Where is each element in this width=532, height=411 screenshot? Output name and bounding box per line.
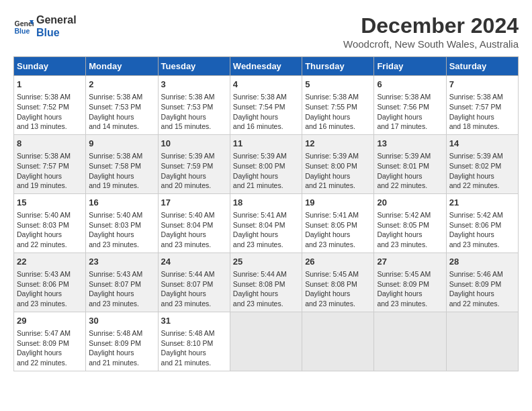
calendar-cell: 2Sunrise: 5:38 AMSunset: 7:53 PMDaylight…	[86, 76, 158, 135]
calendar-cell: 1Sunrise: 5:38 AMSunset: 7:52 PMDaylight…	[14, 76, 86, 135]
calendar-cell: 11Sunrise: 5:39 AMSunset: 8:00 PMDayligh…	[230, 134, 302, 193]
day-number: 14	[449, 138, 515, 150]
day-info: Sunrise: 5:41 AMSunset: 8:05 PMDaylight …	[305, 210, 371, 250]
calendar-subtitle: Woodcroft, New South Wales, Australia	[343, 38, 519, 50]
day-number: 7	[449, 79, 515, 91]
day-number: 31	[161, 315, 227, 327]
day-number: 26	[305, 256, 371, 268]
calendar-cell: 26Sunrise: 5:45 AMSunset: 8:08 PMDayligh…	[302, 253, 374, 312]
calendar-cell: 19Sunrise: 5:41 AMSunset: 8:05 PMDayligh…	[302, 193, 374, 253]
header-friday: Friday	[374, 57, 446, 76]
day-info: Sunrise: 5:39 AMSunset: 8:01 PMDaylight …	[377, 151, 443, 191]
calendar-cell: 4Sunrise: 5:38 AMSunset: 7:54 PMDaylight…	[230, 76, 302, 135]
day-info: Sunrise: 5:38 AMSunset: 7:54 PMDaylight …	[233, 92, 299, 132]
calendar-cell: 15Sunrise: 5:40 AMSunset: 8:03 PMDayligh…	[14, 193, 86, 253]
header-thursday: Thursday	[302, 57, 374, 76]
day-number: 2	[89, 79, 154, 91]
calendar-cell	[374, 312, 446, 371]
day-info: Sunrise: 5:47 AMSunset: 8:09 PMDaylight …	[17, 328, 83, 368]
day-info: Sunrise: 5:44 AMSunset: 8:07 PMDaylight …	[161, 269, 227, 309]
day-info: Sunrise: 5:38 AMSunset: 7:57 PMDaylight …	[17, 151, 83, 191]
day-info: Sunrise: 5:43 AMSunset: 8:07 PMDaylight …	[89, 269, 154, 309]
calendar-cell	[446, 312, 518, 371]
day-number: 18	[233, 197, 299, 209]
calendar-cell: 18Sunrise: 5:41 AMSunset: 8:04 PMDayligh…	[230, 193, 302, 253]
title-block: December 2024 Woodcroft, New South Wales…	[343, 13, 519, 50]
day-number: 8	[17, 138, 83, 150]
day-info: Sunrise: 5:38 AMSunset: 7:57 PMDaylight …	[449, 92, 515, 132]
calendar-cell: 24Sunrise: 5:44 AMSunset: 8:07 PMDayligh…	[158, 253, 230, 312]
day-number: 3	[161, 79, 227, 91]
calendar-cell: 16Sunrise: 5:40 AMSunset: 8:03 PMDayligh…	[86, 193, 158, 253]
day-info: Sunrise: 5:38 AMSunset: 7:52 PMDaylight …	[17, 92, 83, 132]
day-info: Sunrise: 5:39 AMSunset: 8:00 PMDaylight …	[305, 151, 371, 191]
day-info: Sunrise: 5:38 AMSunset: 7:53 PMDaylight …	[89, 92, 154, 132]
calendar-week-row: 22Sunrise: 5:43 AMSunset: 8:06 PMDayligh…	[14, 253, 519, 312]
calendar-table: Sunday Monday Tuesday Wednesday Thursday…	[13, 56, 519, 371]
calendar-cell: 28Sunrise: 5:46 AMSunset: 8:09 PMDayligh…	[446, 253, 518, 312]
calendar-cell: 14Sunrise: 5:39 AMSunset: 8:02 PMDayligh…	[446, 134, 518, 193]
calendar-week-row: 8Sunrise: 5:38 AMSunset: 7:57 PMDaylight…	[14, 134, 519, 193]
day-number: 29	[17, 315, 83, 327]
day-number: 20	[377, 197, 443, 209]
day-number: 22	[17, 256, 83, 268]
calendar-cell: 10Sunrise: 5:39 AMSunset: 7:59 PMDayligh…	[158, 134, 230, 193]
day-info: Sunrise: 5:42 AMSunset: 8:05 PMDaylight …	[377, 210, 443, 250]
day-info: Sunrise: 5:40 AMSunset: 8:03 PMDaylight …	[17, 210, 83, 250]
header-wednesday: Wednesday	[230, 57, 302, 76]
day-number: 10	[161, 138, 227, 150]
logo-icon: General Blue	[13, 16, 34, 36]
day-number: 5	[305, 79, 371, 91]
calendar-title: December 2024	[343, 13, 519, 38]
day-number: 19	[305, 197, 371, 209]
calendar-week-row: 1Sunrise: 5:38 AMSunset: 7:52 PMDaylight…	[14, 76, 519, 135]
logo: General Blue General Blue	[13, 13, 77, 39]
day-info: Sunrise: 5:46 AMSunset: 8:09 PMDaylight …	[449, 269, 515, 309]
day-number: 17	[161, 197, 227, 209]
day-info: Sunrise: 5:39 AMSunset: 8:00 PMDaylight …	[233, 151, 299, 191]
calendar-cell: 23Sunrise: 5:43 AMSunset: 8:07 PMDayligh…	[86, 253, 158, 312]
calendar-cell: 7Sunrise: 5:38 AMSunset: 7:57 PMDaylight…	[446, 76, 518, 135]
day-number: 30	[89, 315, 154, 327]
calendar-cell: 29Sunrise: 5:47 AMSunset: 8:09 PMDayligh…	[14, 312, 86, 371]
header-sunday: Sunday	[14, 57, 86, 76]
day-number: 27	[377, 256, 443, 268]
day-info: Sunrise: 5:41 AMSunset: 8:04 PMDaylight …	[233, 210, 299, 250]
calendar-cell: 17Sunrise: 5:40 AMSunset: 8:04 PMDayligh…	[158, 193, 230, 253]
calendar-cell: 8Sunrise: 5:38 AMSunset: 7:57 PMDaylight…	[14, 134, 86, 193]
day-number: 6	[377, 79, 443, 91]
day-number: 15	[17, 197, 83, 209]
day-number: 12	[305, 138, 371, 150]
page-header: General Blue General Blue December 2024 …	[13, 13, 519, 50]
day-number: 4	[233, 79, 299, 91]
svg-text:Blue: Blue	[15, 27, 30, 35]
day-info: Sunrise: 5:38 AMSunset: 7:58 PMDaylight …	[89, 151, 154, 191]
day-number: 25	[233, 256, 299, 268]
calendar-cell: 20Sunrise: 5:42 AMSunset: 8:05 PMDayligh…	[374, 193, 446, 253]
header-saturday: Saturday	[446, 57, 518, 76]
calendar-cell: 3Sunrise: 5:38 AMSunset: 7:53 PMDaylight…	[158, 76, 230, 135]
calendar-cell: 6Sunrise: 5:38 AMSunset: 7:56 PMDaylight…	[374, 76, 446, 135]
day-info: Sunrise: 5:45 AMSunset: 8:09 PMDaylight …	[377, 269, 443, 309]
calendar-cell: 22Sunrise: 5:43 AMSunset: 8:06 PMDayligh…	[14, 253, 86, 312]
day-info: Sunrise: 5:45 AMSunset: 8:08 PMDaylight …	[305, 269, 371, 309]
calendar-cell: 5Sunrise: 5:38 AMSunset: 7:55 PMDaylight…	[302, 76, 374, 135]
day-info: Sunrise: 5:39 AMSunset: 7:59 PMDaylight …	[161, 151, 227, 191]
day-number: 13	[377, 138, 443, 150]
day-info: Sunrise: 5:40 AMSunset: 8:04 PMDaylight …	[161, 210, 227, 250]
calendar-cell: 27Sunrise: 5:45 AMSunset: 8:09 PMDayligh…	[374, 253, 446, 312]
day-number: 24	[161, 256, 227, 268]
day-number: 9	[89, 138, 154, 150]
day-info: Sunrise: 5:48 AMSunset: 8:10 PMDaylight …	[161, 328, 227, 368]
calendar-cell: 13Sunrise: 5:39 AMSunset: 8:01 PMDayligh…	[374, 134, 446, 193]
header-monday: Monday	[86, 57, 158, 76]
day-info: Sunrise: 5:38 AMSunset: 7:56 PMDaylight …	[377, 92, 443, 132]
day-number: 21	[449, 197, 515, 209]
day-number: 23	[89, 256, 154, 268]
day-info: Sunrise: 5:39 AMSunset: 8:02 PMDaylight …	[449, 151, 515, 191]
day-info: Sunrise: 5:42 AMSunset: 8:06 PMDaylight …	[449, 210, 515, 250]
calendar-cell: 30Sunrise: 5:48 AMSunset: 8:09 PMDayligh…	[86, 312, 158, 371]
day-number: 11	[233, 138, 299, 150]
day-number: 16	[89, 197, 154, 209]
header-tuesday: Tuesday	[158, 57, 230, 76]
